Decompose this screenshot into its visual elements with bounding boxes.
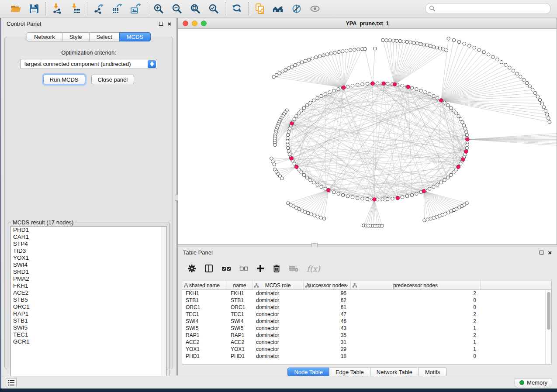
table-row[interactable]: SWI5SWI5connector431 <box>182 325 551 332</box>
table-cell[interactable]: 1 <box>351 325 481 332</box>
table-cell[interactable]: dominator <box>253 304 304 311</box>
tab-mcds[interactable]: MCDS <box>119 32 151 41</box>
tab-network-table[interactable]: Network Table <box>370 368 419 376</box>
table-cell[interactable]: dominator <box>253 332 304 339</box>
table-cell[interactable]: ORC1 <box>182 304 227 311</box>
table-cell[interactable]: connector <box>253 346 304 353</box>
table-cell[interactable]: FKH1 <box>182 290 227 297</box>
columns-icon[interactable] <box>204 264 213 273</box>
table-cell[interactable]: FKH1 <box>227 290 253 297</box>
table-cell[interactable]: 47 <box>304 311 351 318</box>
table-cell[interactable]: RAP1 <box>227 332 253 339</box>
tab-node-table[interactable]: Node Table <box>287 368 329 376</box>
zoom-fit-icon[interactable] <box>189 3 201 15</box>
mcds-result-item[interactable]: SWI4 <box>11 261 166 268</box>
table-cell[interactable]: SWI4 <box>182 318 227 325</box>
mcds-result-item[interactable]: ACE2 <box>11 289 166 296</box>
export-image-icon[interactable] <box>129 3 142 15</box>
mcds-result-item[interactable]: GCR1 <box>11 338 166 345</box>
table-cell[interactable]: 0 <box>351 297 481 304</box>
column-header-predecessor-nodes[interactable]: predecessor nodes <box>351 281 481 289</box>
float-panel-icon[interactable] <box>159 22 163 26</box>
table-row[interactable]: STB1STB1dominator620 <box>182 297 551 304</box>
table-cell[interactable]: 31 <box>304 339 351 346</box>
mcds-result-item[interactable]: STP4 <box>11 241 166 248</box>
table-cell[interactable]: TEC1 <box>182 311 227 318</box>
hide-details-icon[interactable] <box>291 3 303 15</box>
table-row[interactable]: TEC1TEC1connector472 <box>182 311 551 318</box>
table-cell[interactable]: 46 <box>304 318 351 325</box>
table-cell[interactable]: dominator <box>253 297 304 304</box>
table-cell[interactable]: ACE2 <box>182 339 227 346</box>
mcds-result-item[interactable]: PMA2 <box>11 275 166 282</box>
table-cell[interactable]: ACE2 <box>227 339 253 346</box>
table-cell[interactable]: 18 <box>304 353 351 360</box>
settings-gear-icon[interactable] <box>187 264 196 273</box>
mcds-result-item[interactable]: FKH1 <box>11 282 166 289</box>
table-cell[interactable]: 2 <box>351 311 481 318</box>
table-cell[interactable]: 0 <box>351 304 481 311</box>
table-cell[interactable]: 1 <box>351 339 481 346</box>
table-row[interactable]: RAP1RAP1dominator352 <box>182 332 551 339</box>
sort-desc-icon[interactable] <box>345 285 348 287</box>
mcds-result-item[interactable]: PHD1 <box>11 227 166 234</box>
task-history-button[interactable] <box>6 378 17 387</box>
table-cell[interactable]: 2 <box>351 290 481 297</box>
table-cell[interactable]: TEC1 <box>227 311 253 318</box>
table-cell[interactable]: YOX1 <box>182 346 227 353</box>
tab-style[interactable]: Style <box>62 32 90 41</box>
optimization-select[interactable]: largest connected component (undirected) <box>20 59 157 69</box>
table-cell[interactable]: SWI4 <box>227 318 253 325</box>
mcds-result-item[interactable]: STB1 <box>11 317 166 324</box>
mcds-result-item[interactable]: SWI5 <box>11 324 166 331</box>
float-panel-icon[interactable] <box>540 251 543 254</box>
table-cell[interactable]: STB1 <box>182 297 227 304</box>
table-cell[interactable]: 0 <box>351 353 481 360</box>
tab-select[interactable]: Select <box>89 32 120 41</box>
table-cell[interactable]: YOX1 <box>227 346 253 353</box>
tab-motifs[interactable]: Motifs <box>419 368 447 376</box>
clone-network-icon[interactable] <box>254 3 266 15</box>
tab-edge-table[interactable]: Edge Table <box>329 368 370 376</box>
table-cell[interactable]: connector <box>253 311 304 318</box>
table-cell[interactable]: 35 <box>304 332 351 339</box>
mcds-result-item[interactable]: STB5 <box>11 296 166 303</box>
mcds-result-item[interactable]: CAR1 <box>11 234 166 241</box>
mcds-result-item[interactable]: YOX1 <box>11 254 166 261</box>
save-session-icon[interactable] <box>28 3 40 15</box>
table-cell[interactable]: 2 <box>351 332 481 339</box>
close-panel-button[interactable]: Close panel <box>91 75 135 84</box>
select-all-icon[interactable] <box>221 265 231 272</box>
show-details-icon[interactable] <box>309 3 321 15</box>
table-row[interactable]: SWI4SWI4dominator462 <box>182 318 551 325</box>
table-cell[interactable]: SWI5 <box>227 325 253 332</box>
table-cell[interactable]: 2 <box>351 318 481 325</box>
network-graph[interactable] <box>178 29 557 244</box>
network-overview-icon[interactable] <box>272 3 284 15</box>
table-cell[interactable]: dominator <box>253 318 304 325</box>
refresh-icon[interactable] <box>231 3 243 15</box>
close-panel-icon[interactable]: × <box>167 22 171 26</box>
import-network-icon[interactable] <box>51 3 63 15</box>
column-header-name[interactable]: name <box>227 281 253 289</box>
export-table-icon[interactable] <box>111 3 123 15</box>
table-cell[interactable]: connector <box>253 339 304 346</box>
table-cell[interactable]: dominator <box>253 353 304 360</box>
column-header-MCDS-role[interactable]: MCDS role <box>253 281 304 289</box>
tab-network[interactable]: Network <box>27 32 62 41</box>
zoom-out-icon[interactable] <box>171 3 183 15</box>
zoom-in-icon[interactable] <box>152 3 165 15</box>
table-cell[interactable]: 96 <box>304 290 351 297</box>
table-cell[interactable]: connector <box>253 325 304 332</box>
scrollbar-thumb[interactable] <box>547 292 550 330</box>
mcds-result-item[interactable]: TEC1 <box>11 331 166 338</box>
table-row[interactable]: FKH1FKH1dominator962 <box>182 290 551 297</box>
import-table-icon[interactable] <box>69 3 82 15</box>
run-mcds-button[interactable]: Run MCDS <box>43 75 85 84</box>
column-header-successor-nodes[interactable]: successor nodes <box>304 281 351 289</box>
table-cell[interactable]: STB1 <box>227 297 253 304</box>
close-panel-icon[interactable]: × <box>548 251 552 254</box>
table-cell[interactable]: 61 <box>304 304 351 311</box>
zoom-selected-icon[interactable] <box>208 3 220 15</box>
table-cell[interactable]: SWI5 <box>182 325 227 332</box>
